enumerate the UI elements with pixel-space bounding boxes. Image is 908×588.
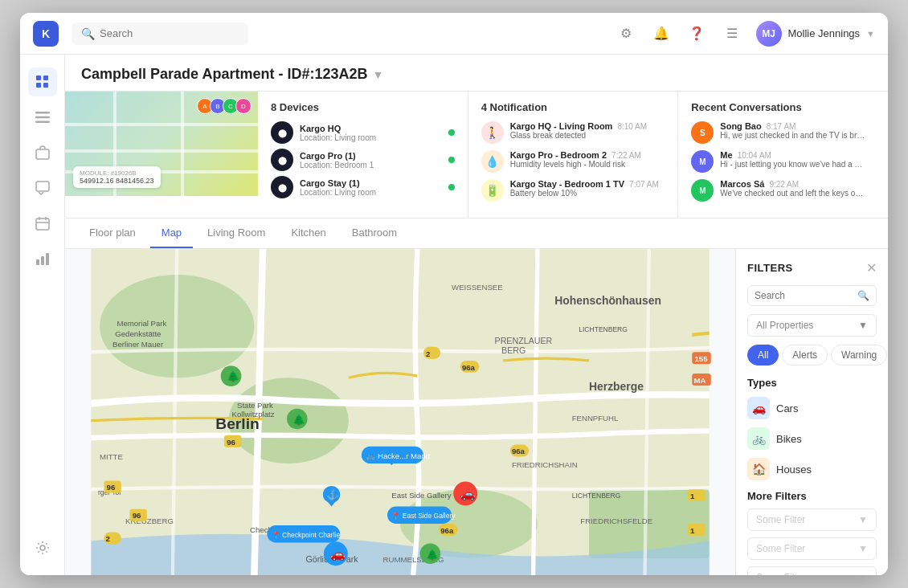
svg-rect-7 [36,149,49,159]
svg-text:96: 96 [107,483,116,492]
map-area: Berlin Herzberge PRENZLAUER BERG Memoria… [65,249,735,575]
svg-rect-12 [46,253,49,265]
conversations-title: Recent Conversations [691,101,875,113]
svg-text:BERG: BERG [501,345,526,355]
svg-text:East Side Gallery: East Side Gallery [391,491,451,500]
filter-toggle-group: All Alerts Warning [747,345,877,365]
filter-toggle-warning[interactable]: Warning [831,345,887,365]
svg-text:2: 2 [426,349,430,358]
conv-item: S Song Bao 8:17 AM Hi, we just checked i… [691,121,875,144]
bell-icon[interactable]: 🔔 [650,22,673,45]
svg-text:🌲: 🌲 [426,549,439,561]
filter-type-cars-label: Cars [776,402,798,414]
search-input[interactable] [100,27,239,39]
search-icon: 🔍 [81,27,95,40]
filter-property-dropdown[interactable]: All Properties ▼ [747,314,877,337]
user-area[interactable]: MJ Mollie Jennings ▼ [756,21,876,47]
svg-rect-8 [36,182,49,191]
tab-bathroom[interactable]: Bathroom [341,218,408,248]
tab-map[interactable]: Map [150,218,193,248]
main-body: Campbell Parade Apartment - ID#:123A2B ▼ [20,55,888,575]
svg-text:Herzberge: Herzberge [589,380,644,393]
svg-text:Kollwitzplatz: Kollwitzplatz [232,410,275,419]
logo[interactable]: K [33,21,59,47]
filter-type-bikes-label: Bikes [776,433,802,445]
svg-point-13 [40,545,45,550]
help-icon[interactable]: ❓ [685,22,708,45]
tab-kitchen[interactable]: Kitchen [280,218,337,248]
svg-rect-6 [35,121,50,124]
filter-property-label: All Properties [756,320,813,331]
user-name: Mollie Jennings [788,27,861,39]
svg-text:96: 96 [227,438,235,447]
bike-icon: 🚲 [747,427,770,450]
sidebar-item-grid[interactable] [28,67,57,96]
car-icon: 🚗 [747,397,770,419]
filter-close-icon[interactable]: ✕ [866,260,877,276]
tab-living-room[interactable]: Living Room [196,218,276,248]
notif-water-icon: 💧 [481,150,504,173]
device-item: ⬤ Cargo Pro (1) Location: Bedroom 1 [271,149,455,171]
filter-type-houses[interactable]: 🏠 Houses [747,458,877,480]
device-icon: ⬤ [271,149,293,171]
map-thumb-avatars: A B C D [200,98,252,114]
menu-icon[interactable]: ☰ [721,22,743,45]
settings-icon[interactable]: ⚙ [615,22,637,45]
page-title: Campbell Parade Apartment - ID#:123A2B ▼ [81,66,872,83]
svg-text:WEISSENSEE: WEISSENSEE [452,283,503,292]
sidebar-item-calendar[interactable] [28,209,57,238]
svg-text:🚗: 🚗 [330,547,346,561]
svg-rect-9 [36,218,49,230]
filter-toggle-all[interactable]: All [747,345,779,365]
svg-rect-4 [35,112,50,114]
filter-search-input[interactable] [755,290,854,301]
more-filter-label-3: Some Filter [756,572,805,575]
svg-text:155: 155 [694,354,708,363]
svg-rect-11 [41,256,44,265]
more-filter-dropdown-1[interactable]: Some Filter ▼ [747,508,877,531]
tabs-bar: Floor plan Map Living Room Kitchen Bathr… [65,218,888,249]
sidebar-item-chart[interactable] [28,244,57,273]
device-status [448,184,455,190]
tab-floor-plan[interactable]: Floor plan [78,218,147,248]
more-filter-dropdown-2[interactable]: Some Filter ▼ [747,537,877,560]
svg-text:FRIEDRICHSFELDE: FRIEDRICHSFELDE [580,517,652,525]
filter-type-houses-label: Houses [776,463,812,476]
filter-type-cars[interactable]: 🚗 Cars [747,397,877,419]
notif-item: 🚶 Kargo HQ - Living Room 8:10 AM Glass b… [481,121,665,144]
notifications-title: 4 Notification [481,101,665,113]
svg-text:2: 2 [106,534,110,543]
search-bar: 🔍 [72,22,248,45]
conversations-card: Recent Conversations S Song Bao 8:17 AM … [678,92,888,218]
svg-rect-5 [35,116,50,119]
conv-avatar: M [691,150,714,173]
topbar-right: ⚙ 🔔 ❓ ☰ MJ Mollie Jennings ▼ [615,21,876,47]
map-thumbnail: A B C D MODULE: #19026B 549912.16 848145… [65,92,258,196]
svg-text:⚓: ⚓ [326,488,339,501]
filter-type-bikes[interactable]: 🚲 Bikes [747,427,877,450]
sidebar-item-messaging[interactable] [28,174,57,202]
svg-text:96: 96 [133,511,141,520]
conv-item: M Me 10:04 AM Hi - just letting you know… [691,150,875,173]
svg-text:FRIEDRICHSHAIN: FRIEDRICHSHAIN [512,460,578,469]
title-chevron-icon: ▼ [372,68,383,81]
map-svg: Berlin Herzberge PRENZLAUER BERG Memoria… [65,249,735,575]
more-filter-dropdown-3[interactable]: Some Filter ▼ [747,566,877,575]
svg-text:📍 East Side Gallery: 📍 East Side Gallery [391,512,456,521]
svg-text:96a: 96a [440,526,454,535]
more-filter-chevron-3-icon: ▼ [858,572,868,575]
sidebar-item-bag[interactable] [28,138,57,167]
device-item: ⬤ Cargo Stay (1) Location: Living room [271,176,455,198]
svg-text:MA: MA [693,376,706,385]
notif-item: 💧 Kargo Pro - Bedroom 2 7:22 AM Humidity… [481,150,665,173]
info-row: A B C D MODULE: #19026B 549912.16 848145… [65,92,888,218]
devices-title: 8 Devices [271,101,455,113]
filter-header: FILTERS ✕ [747,260,877,276]
content-header: Campbell Parade Apartment - ID#:123A2B ▼ [65,55,888,92]
svg-rect-2 [36,83,41,88]
filter-toggle-alerts[interactable]: Alerts [782,345,828,365]
device-item: ⬤ Kargo HQ Location: Living room [271,121,455,144]
svg-text:FENNPFUHL: FENNPFUHL [572,414,619,423]
sidebar-item-menu[interactable] [28,103,57,132]
sidebar-item-settings[interactable] [28,533,57,562]
